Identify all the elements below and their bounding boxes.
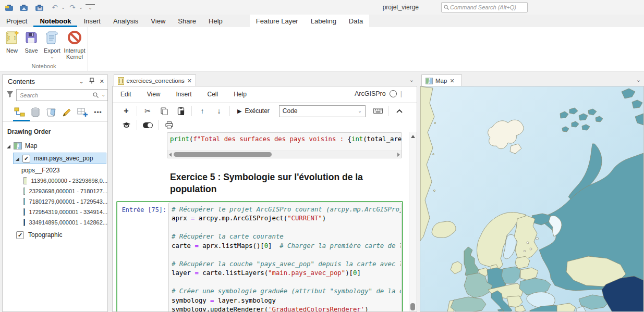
tree-item-map[interactable]: Map [3,141,107,151]
tab-share[interactable]: Share [172,16,202,27]
class-swatch[interactable] [23,177,27,184]
panel-menu-chevron-icon[interactable]: ⌄ [79,78,84,85]
scrollbar-thumb[interactable] [410,303,415,310]
customize-qat-icon[interactable]: ⌄ [86,4,95,11]
new-project-icon[interactable] [4,3,14,12]
cell-horizontal-scrollbar[interactable] [167,151,402,158]
notebook-menubar: Edit View Insert Cell Help ArcGISPro | [113,86,417,103]
layer-visibility-checkbox[interactable]: ✓ [22,155,30,163]
collapse-toolbar-chevron-icon[interactable] [391,109,408,113]
more-view-tabs-icon[interactable]: ••• [91,106,105,119]
export-dropdown-icon: ⌄ [42,55,63,59]
tab-analysis[interactable]: Analysis [107,16,144,27]
command-palette-icon[interactable] [370,108,386,114]
paste-cell-button[interactable] [173,107,189,115]
notebook-document-tab[interactable]: [ ] exercices_corrections ✕ [114,74,196,86]
undo-dropdown-icon[interactable]: ⌄ [58,3,68,12]
close-panel-icon[interactable]: ✕ [100,78,104,85]
scroll-left-icon[interactable] [169,153,172,157]
list-by-data-source-icon[interactable] [29,106,42,119]
expand-collapse-icon[interactable] [7,145,10,148]
filter-icon[interactable] [6,91,14,100]
menu-view[interactable]: View [139,91,168,98]
class-swatch[interactable] [23,188,25,195]
search-options-chevron-icon[interactable]: ⌄ [101,93,105,97]
basemap-visibility-checkbox[interactable]: ✓ [16,231,24,239]
cell-type-select[interactable]: Code ⌄ [279,105,366,117]
move-cell-down-button[interactable]: ↓ [211,107,227,115]
close-tab-icon[interactable]: ✕ [187,78,192,84]
theme-toggle-icon[interactable] [139,122,156,128]
tree-item-basemap[interactable]: ✓ Topographic [3,230,107,240]
contents-search[interactable]: ⌄ [16,89,108,101]
tab-labeling[interactable]: Labeling [305,16,343,27]
tab-view[interactable]: View [144,16,172,27]
notebook-cells: print(f"Total des surfaces des pays vois… [113,132,409,311]
scrollbar-thumb[interactable] [174,152,272,157]
tab-notebook[interactable]: Notebook [33,16,77,27]
map-view[interactable] [420,86,644,312]
tab-data[interactable]: Data [343,16,369,27]
open-project-icon[interactable] [19,3,28,12]
menu-cell[interactable]: Cell [200,91,226,98]
legend-class-row[interactable]: 172954319,000001 - 334914... [3,207,107,217]
pane-menu-chevron-icon[interactable]: ⌄ [409,77,414,83]
close-tab-icon[interactable]: ✕ [449,78,454,84]
run-icon: ▶ [237,108,241,115]
expand-collapse-icon[interactable] [16,157,19,161]
legend-class-row[interactable]: 11396,000000 - 23293698,0... [3,176,107,186]
scroll-up-icon[interactable] [411,135,415,138]
export-notebook-button[interactable]: Export ⌄ [42,29,63,59]
scroll-right-icon[interactable] [397,153,400,157]
list-by-drawing-order-icon[interactable] [13,106,27,119]
tab-help[interactable]: Help [202,16,229,27]
quick-access-toolbar: ↶ ⌄ ↷ ⌄ ⌄ projet_vierge [0,0,644,15]
copy-cell-button[interactable] [156,107,173,115]
class-swatch[interactable] [23,198,25,205]
menu-help[interactable]: Help [226,91,254,98]
command-search-input[interactable] [449,4,527,11]
contents-search-input[interactable] [19,92,93,99]
move-cell-up-button[interactable]: ↑ [194,107,211,115]
command-search[interactable] [441,2,528,13]
tab-insert[interactable]: Insert [77,16,107,27]
markdown-cell-heading[interactable]: Exercice 5 : Symbologie sur l'évolution … [170,171,409,195]
menu-insert[interactable]: Insert [168,91,199,98]
legend-class-row[interactable]: 334914895,000001 - 142862... [3,217,107,228]
cut-cell-button[interactable]: ✂ [139,107,156,115]
add-cell-button[interactable]: + [118,106,135,116]
class-swatch[interactable] [23,208,25,216]
tab-project[interactable]: Project [0,16,33,27]
search-icon [444,5,449,10]
redo-dropdown-icon[interactable]: ⌄ [76,3,86,12]
pin-icon[interactable] [89,78,94,85]
notebook-toolbar: + ✂ ↑ ↓ ▶ Exécuter [113,102,417,133]
list-by-snapping-icon[interactable] [76,106,89,119]
map-document-tab[interactable]: Map ✕ [421,74,462,86]
contents-view-tabs: ••• [3,104,107,123]
cell-toolbar-icon[interactable] [118,122,135,128]
class-swatch[interactable] [23,219,25,226]
pane-menu-chevron-icon[interactable]: ⌄ [636,77,641,83]
list-by-editing-icon[interactable] [60,106,74,119]
run-cell-button[interactable]: ▶ Exécuter [232,107,275,115]
tab-feature-layer[interactable]: Feature Layer [250,16,305,27]
map-canvas[interactable] [420,86,643,312]
contents-search-row: ⌄ [3,89,107,102]
tree-item-layer[interactable]: ✓ main.pays_avec_pop [13,153,106,164]
selected-code-cell[interactable]: Entrée [75]: # Récupérer le projet ArcGI… [116,201,403,312]
interrupt-kernel-button[interactable]: Interrupt Kernel [63,29,87,60]
legend-class-row[interactable]: 71801279,000001 - 1729543... [3,196,107,207]
save-notebook-button[interactable]: Save [23,29,40,54]
notebook-vertical-scrollbar[interactable] [409,132,417,311]
code-cell-partial[interactable]: print(f"Total des surfaces des pays vois… [116,132,402,158]
legend-class-row[interactable]: 23293698,000001 - 7180127... [3,186,107,196]
chevron-down-icon: ⌄ [358,109,362,114]
new-notebook-button[interactable]: [ ] New [3,29,21,54]
kernel-indicator: ArcGISPro | [355,90,402,97]
menu-edit[interactable]: Edit [113,91,139,98]
list-by-selection-icon[interactable] [44,106,58,119]
save-project-icon[interactable] [34,3,44,12]
cell-prompt: Entrée [75]: [118,203,168,312]
print-icon[interactable] [161,121,177,129]
